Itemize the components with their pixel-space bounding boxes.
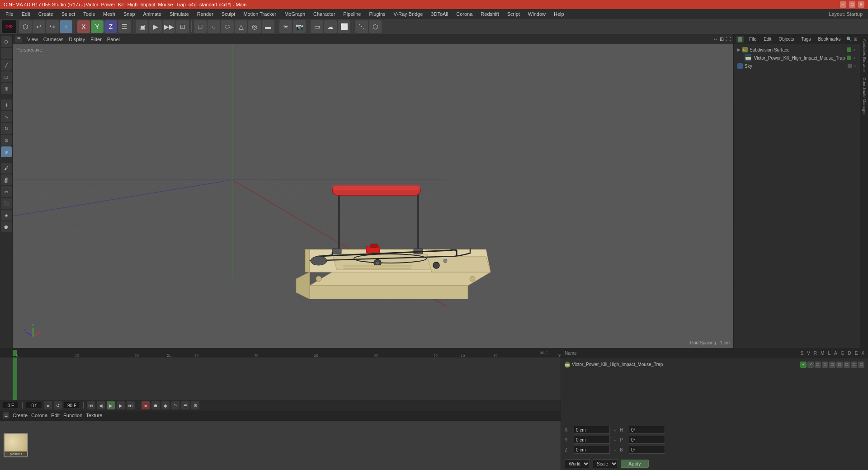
rpanel-search-icon[interactable]: 🔍 xyxy=(846,37,852,42)
subdiv-vis-icon[interactable] xyxy=(847,47,851,52)
tool-sky[interactable]: ☁ xyxy=(324,20,337,33)
menu-redshift[interactable]: Redshift xyxy=(477,10,502,18)
coord-p-input[interactable] xyxy=(629,436,665,444)
tool-undo[interactable]: ↩ xyxy=(33,20,45,33)
obj-vis-btn[interactable]: ✓ xyxy=(800,362,807,368)
rpanel-tab-tags[interactable]: Tags xyxy=(799,36,812,42)
vp-menu-cameras[interactable]: Cameras xyxy=(43,37,64,42)
menu-window[interactable]: Window xyxy=(524,10,549,18)
current-frame-input[interactable] xyxy=(3,402,19,409)
model-check-icon[interactable]: ✓ xyxy=(853,56,856,60)
coord-y-input[interactable] xyxy=(574,436,610,444)
tool-render-region[interactable]: ▣ xyxy=(136,20,148,33)
coord-z-input[interactable] xyxy=(574,446,610,454)
menu-snap[interactable]: Snap xyxy=(120,10,139,18)
obj-deform-btn[interactable]: □ xyxy=(844,362,850,368)
rpanel-tab-file[interactable]: File xyxy=(747,36,758,42)
sidebar-btn-rotate[interactable]: ↻ xyxy=(1,123,12,134)
tool-plane[interactable]: ▬ xyxy=(262,20,274,33)
obj-render-btn[interactable]: ✓ xyxy=(807,362,814,368)
pb-last-btn[interactable]: ⏭ xyxy=(127,401,135,409)
rpanel-expand-icon[interactable]: ⊞ xyxy=(854,37,857,42)
tool-cube[interactable]: □ xyxy=(194,20,207,33)
minimize-button[interactable]: − xyxy=(840,1,846,8)
rpanel-tab-edit[interactable]: Edit xyxy=(762,36,773,42)
tool-background[interactable]: ⬜ xyxy=(338,20,350,33)
vp-icon-grid[interactable]: ⊞ xyxy=(720,36,724,42)
sidebar-btn-bevel[interactable]: ◈ xyxy=(1,210,12,221)
menu-mesh[interactable]: Mesh xyxy=(99,10,119,18)
model-vis-icon[interactable] xyxy=(847,56,851,60)
material-thumb-plastic[interactable]: plastic ! xyxy=(4,433,28,457)
pb-prev-btn[interactable]: ◀ xyxy=(97,401,105,409)
menu-character[interactable]: Character xyxy=(310,10,339,18)
sky-vis-icon[interactable] xyxy=(848,64,852,68)
min-frame-input[interactable] xyxy=(26,402,42,409)
menu-animate[interactable]: Animate xyxy=(140,10,165,18)
tool-sphere[interactable]: ○ xyxy=(208,20,220,33)
sidebar-btn-scale[interactable]: ⤡ xyxy=(1,111,12,122)
tool-effector[interactable]: ⬡ xyxy=(369,20,382,33)
close-button[interactable]: ✕ xyxy=(858,1,864,8)
maximize-button[interactable]: □ xyxy=(849,1,855,8)
menu-plugins[interactable]: Plugins xyxy=(365,10,389,18)
menu-simulate[interactable]: Simulate xyxy=(166,10,193,18)
tool-mode-object[interactable]: ⬡ xyxy=(19,20,32,33)
tool-camera[interactable]: 📷 xyxy=(293,20,306,33)
mat-menu-texture[interactable]: Texture xyxy=(86,413,102,418)
tool-cone[interactable]: △ xyxy=(235,20,247,33)
menu-tools[interactable]: Tools xyxy=(80,10,99,18)
vp-menu-display[interactable]: Display xyxy=(69,37,85,42)
menu-edit[interactable]: Edit xyxy=(18,10,34,18)
scene-item-model[interactable]: Victor_Power_Kill_High_Impact_Mouse_Trap… xyxy=(736,53,858,62)
coord-h-input[interactable] xyxy=(629,426,665,434)
rpanel-tab-bookmarks[interactable]: Bookmarks xyxy=(816,36,842,42)
mat-menu-create[interactable]: Create xyxy=(13,413,28,418)
mat-panel-icon[interactable]: ☰ xyxy=(3,412,9,418)
tool-floor[interactable]: ▭ xyxy=(311,20,323,33)
viewport-canvas[interactable]: Perspective Grid Spacing : 1 cm X Z Y xyxy=(13,44,733,348)
vp-menu-view[interactable]: View xyxy=(27,37,38,42)
menu-file[interactable]: File xyxy=(2,10,17,18)
sidebar-btn-extrude[interactable]: ⬛ xyxy=(1,198,12,209)
tool-cylinder[interactable]: ⬭ xyxy=(221,20,234,33)
subdiv-check-icon[interactable]: ✓ xyxy=(853,48,856,52)
sidebar-btn-live-select[interactable]: ⊕ xyxy=(1,146,12,157)
pb-key-btn[interactable]: ◆ xyxy=(161,401,170,409)
coord-b-input[interactable] xyxy=(629,446,665,454)
mat-menu-edit[interactable]: Edit xyxy=(51,413,60,418)
tool-render-active[interactable]: ▶ xyxy=(149,20,162,33)
tool-torus[interactable]: ◎ xyxy=(248,20,261,33)
sidebar-btn-polygons[interactable]: □ xyxy=(1,71,12,82)
sidebar-btn-uv[interactable]: ⊞ xyxy=(1,83,12,94)
pb-motion-btn[interactable]: 〜 xyxy=(171,401,179,409)
menu-3dtoall[interactable]: 3DToAll xyxy=(427,10,452,18)
rtab-coords[interactable]: Coordinate Manager xyxy=(861,75,868,118)
props-object-row[interactable]: Victor_Power_Kill_High_Impact_Mouse_Trap… xyxy=(565,360,864,369)
menu-create[interactable]: Create xyxy=(35,10,57,18)
pb-loop-btn[interactable]: ↺ xyxy=(54,401,62,409)
pb-play-btn[interactable]: ▶ xyxy=(107,401,115,409)
pb-settings-btn[interactable]: ⚙ xyxy=(191,401,199,409)
sidebar-btn-knife[interactable]: ✂ xyxy=(1,186,12,197)
sidebar-btn-edges[interactable]: ╱ xyxy=(1,60,12,70)
vp-icon-fullscreen[interactable]: ⛶ xyxy=(726,36,731,42)
tool-y-axis[interactable]: Y xyxy=(91,20,104,33)
obj-expr-btn[interactable]: □ xyxy=(851,362,857,368)
sidebar-btn-sculpt[interactable]: 🗿 xyxy=(1,174,12,185)
tool-x-axis[interactable]: X xyxy=(77,20,90,33)
mat-menu-function[interactable]: Function xyxy=(63,413,82,418)
obj-lock-btn[interactable]: □ xyxy=(815,362,821,368)
pb-autokey-btn[interactable]: ⏺ xyxy=(151,401,160,409)
menu-motion-tracker[interactable]: Motion Tracker xyxy=(240,10,280,18)
viewport-menu-btn[interactable]: ☰ xyxy=(15,36,22,42)
obj-solo-btn[interactable]: □ xyxy=(822,362,828,368)
pb-first-btn[interactable]: ⏮ xyxy=(87,401,95,409)
sidebar-btn-bridge[interactable]: ⬟ xyxy=(1,221,12,232)
mat-menu-corona[interactable]: Corona xyxy=(31,413,47,418)
tool-z-axis[interactable]: Z xyxy=(104,20,117,33)
menu-render[interactable]: Render xyxy=(193,10,217,18)
menu-sculpt[interactable]: Sculpt xyxy=(218,10,239,18)
vp-icon-camera[interactable]: ↔ xyxy=(713,36,718,42)
coord-space-select[interactable]: World xyxy=(565,459,590,468)
